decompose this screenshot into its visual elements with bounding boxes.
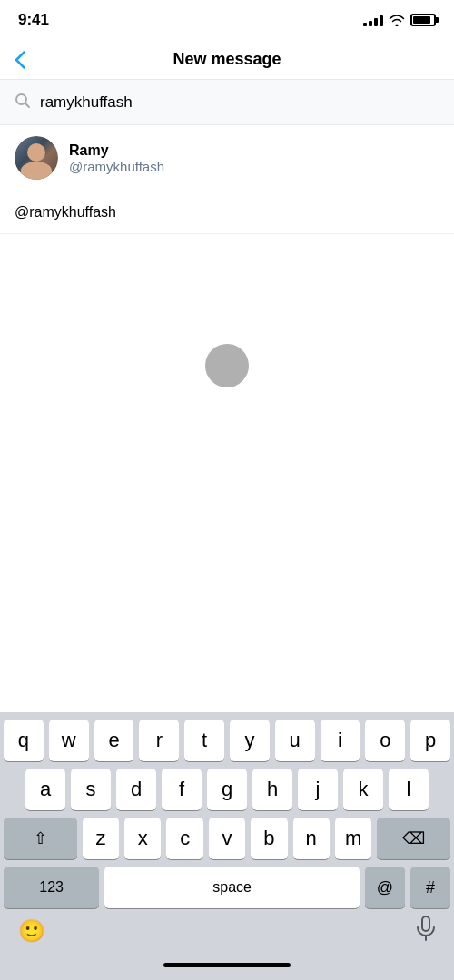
search-icon: [15, 93, 31, 113]
status-bar: 9:41: [0, 0, 454, 40]
search-input[interactable]: ramykhuffash: [40, 93, 439, 112]
page-title: New message: [173, 50, 281, 69]
keyboard-extras: 🙂: [4, 916, 450, 946]
key-at[interactable]: @: [365, 867, 405, 908]
key-q[interactable]: q: [4, 720, 44, 761]
back-button[interactable]: [15, 51, 25, 69]
search-result-item[interactable]: Ramy @ramykhuffash: [0, 125, 454, 191]
key-m[interactable]: m: [335, 818, 371, 859]
search-bar[interactable]: ramykhuffash: [0, 80, 454, 125]
key-h[interactable]: h: [252, 769, 292, 810]
status-icons: [363, 14, 436, 26]
key-n[interactable]: n: [293, 818, 330, 859]
key-r[interactable]: r: [139, 720, 179, 761]
battery-icon: [410, 14, 436, 26]
key-y[interactable]: y: [230, 720, 270, 761]
key-b[interactable]: b: [251, 818, 287, 859]
svg-rect-1: [422, 916, 429, 931]
loading-indicator: [205, 344, 249, 387]
key-x[interactable]: x: [124, 818, 161, 859]
key-num[interactable]: 123: [4, 867, 99, 908]
key-d[interactable]: d: [116, 769, 156, 810]
key-z[interactable]: z: [83, 818, 119, 859]
wifi-icon: [389, 14, 405, 26]
key-e[interactable]: e: [94, 720, 134, 761]
result-handle: @ramykhuffash: [69, 159, 164, 174]
header: New message: [0, 40, 454, 80]
key-t[interactable]: t: [184, 720, 224, 761]
key-o[interactable]: o: [365, 720, 405, 761]
key-u[interactable]: u: [275, 720, 315, 761]
keyboard-row-3: ⇧ z x c v b n m ⌫: [4, 818, 450, 859]
key-delete[interactable]: ⌫: [377, 818, 450, 859]
result-text: Ramy @ramykhuffash: [69, 142, 164, 174]
tag-suggestion[interactable]: @ramykhuffash: [0, 191, 454, 234]
keyboard-row-4: 123 space @ #: [4, 867, 450, 908]
content-area: [0, 234, 454, 497]
signal-icon: [363, 14, 383, 26]
key-hash[interactable]: #: [410, 867, 450, 908]
key-p[interactable]: p: [410, 720, 450, 761]
key-l[interactable]: l: [389, 769, 429, 810]
key-g[interactable]: g: [207, 769, 247, 810]
key-v[interactable]: v: [209, 818, 245, 859]
key-j[interactable]: j: [298, 769, 338, 810]
key-s[interactable]: s: [71, 769, 111, 810]
mic-key[interactable]: [416, 916, 436, 946]
key-c[interactable]: c: [166, 818, 202, 859]
key-k[interactable]: k: [343, 769, 383, 810]
keyboard-row-2: a s d f g h j k l: [4, 769, 450, 810]
status-time: 9:41: [18, 11, 49, 29]
key-a[interactable]: a: [25, 769, 65, 810]
home-indicator-area: [4, 949, 450, 980]
key-i[interactable]: i: [321, 720, 360, 761]
keyboard-row-1: q w e r t y u i o p: [4, 720, 450, 761]
key-f[interactable]: f: [162, 769, 202, 810]
key-space[interactable]: space: [104, 867, 360, 908]
key-w[interactable]: w: [49, 720, 89, 761]
tag-suggestion-text: @ramykhuffash: [15, 204, 116, 220]
keyboard: q w e r t y u i o p a s d f g h j k l ⇧ …: [0, 712, 454, 980]
result-name: Ramy: [69, 142, 164, 159]
emoji-key[interactable]: 🙂: [18, 918, 45, 944]
avatar: [15, 136, 58, 180]
home-indicator: [163, 963, 291, 967]
key-shift[interactable]: ⇧: [4, 818, 77, 859]
